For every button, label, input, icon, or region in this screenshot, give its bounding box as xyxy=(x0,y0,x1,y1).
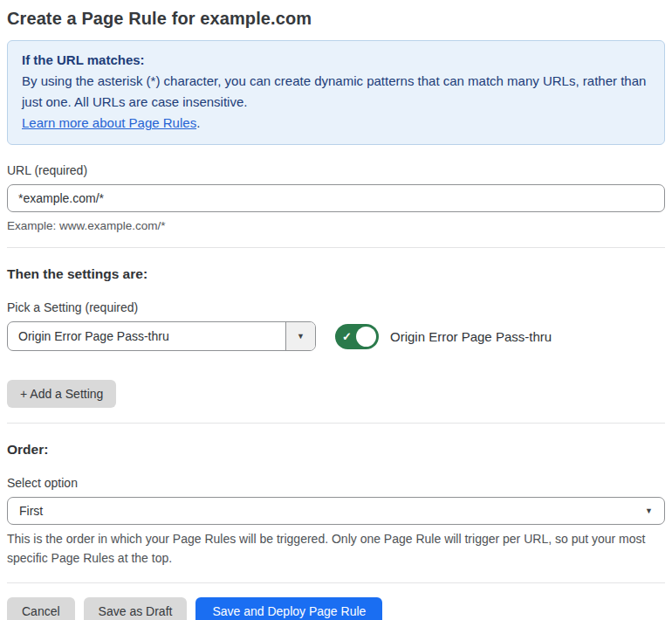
callout-body: By using the asterisk (*) character, you… xyxy=(22,71,650,113)
divider xyxy=(7,423,665,424)
save-as-draft-button[interactable]: Save as Draft xyxy=(84,597,188,620)
chevron-down-icon: ▼ xyxy=(645,506,653,515)
learn-more-link[interactable]: Learn more about Page Rules xyxy=(22,115,196,130)
url-label: URL (required) xyxy=(7,163,665,177)
cancel-button[interactable]: Cancel xyxy=(7,597,75,620)
link-suffix: . xyxy=(196,115,200,130)
origin-error-toggle[interactable]: ✓ xyxy=(335,324,379,349)
order-helper: This is the order in which your Page Rul… xyxy=(7,530,665,568)
divider xyxy=(7,582,665,583)
url-helper: Example: www.example.com/* xyxy=(7,219,665,232)
setting-select[interactable]: Origin Error Page Pass-thru ▼ xyxy=(7,321,316,351)
toggle-label: Origin Error Page Pass-thru xyxy=(390,329,552,344)
order-select[interactable]: First ▼ xyxy=(7,497,665,525)
divider xyxy=(7,247,665,248)
setting-row: Origin Error Page Pass-thru ▼ ✓ Origin E… xyxy=(7,321,665,351)
setting-select-arrow-button[interactable]: ▼ xyxy=(285,322,315,350)
action-buttons: Cancel Save as Draft Save and Deploy Pag… xyxy=(7,597,665,620)
settings-heading: Then the settings are: xyxy=(7,266,665,282)
add-setting-button[interactable]: + Add a Setting xyxy=(7,380,116,408)
chevron-down-icon: ▼ xyxy=(297,332,305,341)
callout-link-line: Learn more about Page Rules. xyxy=(22,113,650,134)
page-rule-form: Create a Page Rule for example.com If th… xyxy=(0,0,672,620)
order-heading: Order: xyxy=(7,442,665,458)
url-matches-callout: If the URL matches: By using the asteris… xyxy=(7,40,665,145)
toggle-knob xyxy=(356,327,376,347)
callout-heading: If the URL matches: xyxy=(22,50,650,71)
url-input[interactable] xyxy=(7,184,665,212)
save-and-deploy-button[interactable]: Save and Deploy Page Rule xyxy=(195,597,382,620)
check-icon: ✓ xyxy=(342,331,352,342)
setting-select-value: Origin Error Page Pass-thru xyxy=(8,322,285,350)
page-title: Create a Page Rule for example.com xyxy=(7,9,665,29)
pick-setting-label: Pick a Setting (required) xyxy=(7,300,665,314)
order-select-value: First xyxy=(19,504,43,518)
order-select-label: Select option xyxy=(7,476,665,490)
